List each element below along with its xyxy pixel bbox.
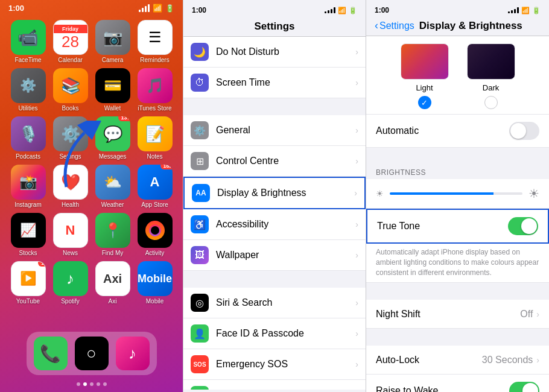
settings-row-controlcentre[interactable]: ⊞ Control Centre › (183, 146, 366, 177)
dock-music[interactable]: ♪ (116, 337, 150, 370)
settings-row-sos[interactable]: SOS Emergency SOS › (183, 349, 366, 380)
auto-lock-row[interactable]: Auto-Lock 30 Seconds › (366, 346, 549, 375)
home-screen: 1:00 📶 🔋 📹 FaceTime Friday 28 (0, 0, 183, 392)
sos-chevron: › (355, 359, 358, 369)
back-chevron-icon: ‹ (375, 19, 378, 32)
app-appstore[interactable]: A 162 App Store (136, 165, 174, 208)
app-books[interactable]: 📚 Books (52, 68, 89, 112)
settings-row-accessibility[interactable]: ♿ Accessibility › (183, 209, 366, 240)
accessibility-chevron: › (355, 220, 358, 229)
settings-title: Settings (254, 21, 294, 32)
auto-lock-label: Auto-Lock (376, 355, 482, 365)
general-icon: ⚙️ (191, 121, 209, 139)
app-mobile[interactable]: Mobile Mobile (136, 261, 174, 305)
app-spotify[interactable]: ♪ Spotify (52, 261, 89, 305)
settings-row-display[interactable]: AA Display & Brightness › (183, 177, 366, 209)
app-reminders[interactable]: ☰ Reminders (136, 20, 174, 63)
app-activity[interactable]: Activity (136, 213, 174, 256)
wallpaper-chevron: › (355, 250, 358, 260)
settings-section-2: ⚙️ General › ⊞ Control Centre › AA Displ… (183, 115, 366, 271)
brightness-slider-track[interactable] (390, 192, 522, 195)
app-findmy[interactable]: 📍 Find My (94, 213, 132, 256)
light-check: ✓ (418, 96, 431, 109)
page-dot-1 (77, 382, 80, 386)
screentime-label: Screen Time (216, 77, 355, 88)
brightness-section-container: BRIGHTNESS ☀ ☀ (366, 165, 549, 209)
dark-preview (467, 43, 515, 80)
raise-to-wake-knob (522, 383, 538, 392)
app-utilities[interactable]: ⚙️ Utilities (10, 68, 47, 112)
display-gap-1 (366, 148, 549, 165)
settings-row-siri[interactable]: ◎ Siri & Search › (183, 288, 366, 318)
app-instagram[interactable]: 📸 Instagram (10, 165, 47, 208)
settings-wifi-icon: 📶 (338, 7, 346, 14)
true-tone-toggle[interactable] (508, 217, 538, 235)
screentime-chevron: › (355, 78, 358, 87)
app-notes[interactable]: 📝 Notes (136, 116, 174, 160)
siri-chevron: › (355, 298, 358, 308)
dock-phone[interactable]: 📞 (34, 337, 68, 370)
page-dot-3 (90, 382, 94, 386)
lock-section: Auto-Lock 30 Seconds › Raise to Wake (366, 346, 549, 392)
settings-gap-1 (183, 98, 366, 115)
night-shift-row[interactable]: Night Shift Off › (366, 300, 549, 329)
brightness-header: BRIGHTNESS (366, 165, 549, 179)
auto-lock-chevron: › (536, 355, 539, 365)
app-wallet[interactable]: 💳 Wallet (94, 68, 132, 112)
app-calendar[interactable]: Friday 28 Calendar (52, 20, 89, 63)
wallpaper-icon: 🖼 (191, 246, 209, 264)
raise-to-wake-toggle[interactable] (509, 382, 539, 392)
automatic-toggle[interactable] (509, 122, 539, 140)
app-stocks[interactable]: 📈 Stocks (10, 213, 47, 256)
display-panel: 1:00 📶 🔋 ‹ Settings Display & Brightness (366, 0, 549, 392)
night-shift-section: Night Shift Off › (366, 300, 549, 329)
settings-gap-2 (183, 271, 366, 288)
controlcentre-icon: ⊞ (191, 152, 209, 170)
donotdisturb-label: Do Not Disturb (216, 46, 355, 57)
appearance-light[interactable]: Light ✓ (401, 43, 449, 109)
appearance-options: Light ✓ Dark (366, 36, 549, 114)
brightness-high-icon: ☀ (528, 186, 539, 201)
signal-icon (139, 4, 150, 12)
settings-row-faceid[interactable]: 👤 Face ID & Passcode › (183, 318, 366, 349)
app-itunes[interactable]: 🎵 iTunes Store (136, 68, 174, 112)
display-battery-icon: 🔋 (532, 7, 541, 14)
dock: 📞 ○ ♪ (27, 332, 157, 375)
status-bar: 1:00 📶 🔋 (0, 0, 183, 14)
app-facetime[interactable]: 📹 FaceTime (10, 20, 47, 63)
light-preview (401, 43, 449, 80)
appearance-dark[interactable]: Dark (467, 43, 515, 109)
dock-mirror[interactable]: ○ (75, 337, 109, 370)
battery-icon: 🔋 (165, 4, 174, 13)
settings-header: Settings (183, 16, 366, 37)
battery-icon-settings: 🔋 (191, 386, 209, 390)
wifi-icon: 📶 (153, 4, 162, 13)
settings-list: 🌙 Do Not Disturb › ⏱ Screen Time › ⚙️ Ge… (183, 37, 366, 390)
brightness-row[interactable]: ☀ ☀ (366, 179, 549, 209)
app-podcasts[interactable]: 🎙️ Podcasts (10, 116, 47, 160)
settings-row-wallpaper[interactable]: 🖼 Wallpaper › (183, 240, 366, 271)
accessibility-label: Accessibility (216, 219, 355, 230)
display-wifi-icon: 📶 (521, 7, 530, 14)
night-shift-value: Off (520, 309, 533, 320)
raise-to-wake-row[interactable]: Raise to Wake (366, 375, 549, 392)
raise-to-wake-label: Raise to Wake (376, 385, 509, 392)
display-header: ‹ Settings Display & Brightness (366, 16, 549, 36)
settings-row-general[interactable]: ⚙️ General › (183, 115, 366, 146)
back-label[interactable]: Settings (379, 21, 414, 31)
app-youtube[interactable]: ▶️ 1 YouTube (10, 261, 47, 305)
app-news[interactable]: N News (52, 213, 89, 256)
automatic-row[interactable]: Automatic (366, 114, 549, 148)
app-camera[interactable]: 📷 Camera (94, 20, 132, 63)
settings-row-screentime[interactable]: ⏱ Screen Time › (183, 68, 366, 98)
faceid-label: Face ID & Passcode (216, 328, 355, 339)
appearance-section: Light ✓ Dark Automatic (366, 36, 549, 148)
back-button[interactable]: ‹ Settings (375, 19, 414, 32)
settings-row-donotdisturb[interactable]: 🌙 Do Not Disturb › (183, 37, 366, 68)
faceid-icon: 👤 (191, 324, 209, 343)
app-axi[interactable]: Axi Axi (94, 261, 132, 305)
settings-row-battery[interactable]: 🔋 Battery › (183, 380, 366, 390)
display-page-title: Display & Brightness (419, 20, 522, 32)
true-tone-row[interactable]: True Tone (366, 209, 549, 244)
settings-panel: 1:00 📶 🔋 Settings 🌙 Do Not Disturb › (183, 0, 366, 392)
